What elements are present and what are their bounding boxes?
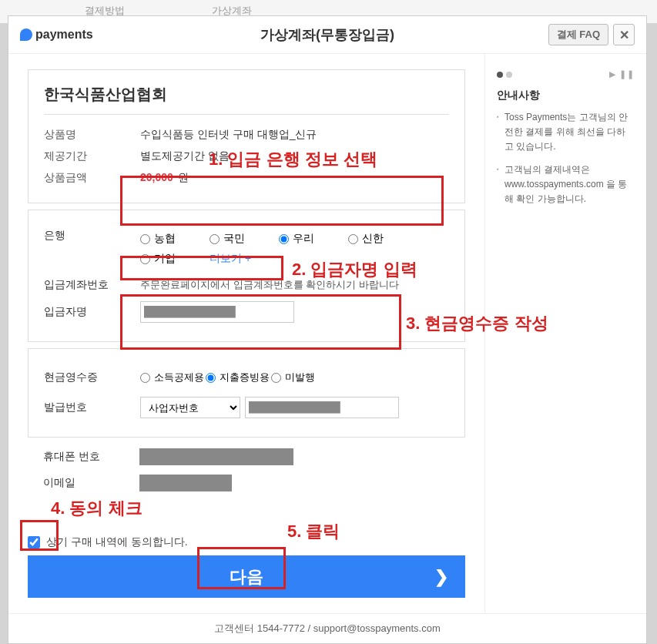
issue-number-input[interactable]: [245, 397, 399, 418]
product-label: 상품명: [44, 128, 140, 142]
dot-1: [497, 72, 503, 78]
receipt-label: 현금영수증: [44, 371, 140, 384]
logo-text: payments: [35, 28, 93, 42]
merchant-name: 한국식품산업협회: [44, 84, 449, 115]
bank-option-woori[interactable]: 우리: [279, 229, 348, 249]
merchant-card: 한국식품산업협회 상품명 수입식품등 인터넷 구매 대행업_신규 제공기간 별도…: [28, 69, 465, 203]
payment-modal: payments 가상계좌(무통장입금) 결제 FAQ ✕ 한국식품산업협회 상…: [8, 15, 647, 644]
annotation-4-text: 4. 동의 체크: [51, 497, 142, 520]
depositor-label: 입금자명: [44, 305, 140, 319]
amount-label: 상품금액: [44, 171, 140, 185]
main-column: 한국식품산업협회 상품명 수입식품등 인터넷 구매 대행업_신규 제공기간 별도…: [8, 54, 484, 613]
bank-label: 은행: [44, 229, 140, 243]
receipt-radio-group: 소득공제용 지출증빙용 미발행: [140, 367, 317, 387]
sidebar: ▶ ❚❚ 안내사항 Toss Payments는 고객님의 안전한 결제를 위해…: [484, 54, 646, 613]
agree-text: 상기 구매 내역에 동의합니다.: [46, 535, 188, 549]
period-label: 제공기간: [44, 149, 140, 163]
issue-type-select[interactable]: 사업자번호: [140, 397, 240, 418]
email-value: [139, 475, 232, 491]
email-label: 이메일: [43, 476, 139, 490]
sidebar-item-1: Toss Payments는 고객님의 안전한 결제를 위해 최선을 다하고 있…: [497, 110, 635, 155]
product-value: 수입식품등 인터넷 구매 대행업_신규: [140, 128, 449, 142]
sidebar-title: 안내사항: [497, 89, 635, 102]
amount-unit: 원: [178, 171, 189, 183]
carousel-dots: [497, 72, 512, 78]
sidebar-link[interactable]: www.tosspayments.com: [504, 179, 604, 190]
play-pause-icon[interactable]: ▶ ❚❚: [609, 69, 635, 79]
account-notice: 주문완료페이지에서 입금계좌번호를 확인하시기 바랍니다: [140, 278, 399, 292]
phone-label: 휴대폰 번호: [43, 450, 139, 464]
agree-row: 상기 구매 내역에 동의합니다.: [28, 529, 465, 555]
next-button[interactable]: 다음 ❯: [28, 555, 465, 598]
footer: 고객센터 1544-7772 / support@tosspayments.co…: [8, 613, 646, 643]
sidebar-item-2: 고객님의 결제내역은 www.tosspayments.com 을 통해 확인 …: [497, 163, 635, 207]
depositor-input[interactable]: [140, 301, 294, 323]
receipt-option-expense[interactable]: 지출증빙용: [206, 367, 270, 387]
logo-icon: [20, 29, 32, 41]
issue-label: 발급번호: [44, 401, 140, 414]
period-value: 별도제공기간 없음: [140, 149, 449, 163]
modal-header: payments 가상계좌(무통장입금) 결제 FAQ ✕: [8, 16, 646, 54]
receipt-card: 현금영수증 소득공제용 지출증빙용 미발행 발급번호 사업자번호: [28, 348, 465, 438]
bank-option-nh[interactable]: 농협: [140, 229, 210, 249]
bank-option-shinhan[interactable]: 신한: [348, 229, 417, 249]
bank-more-link[interactable]: 더보기 +: [210, 249, 279, 269]
receipt-option-none[interactable]: 미발행: [271, 367, 315, 387]
modal-title: 가상계좌(무통장입금): [260, 25, 394, 44]
chevron-right-icon: ❯: [434, 567, 448, 587]
agree-checkbox[interactable]: [28, 536, 40, 548]
amount-value: 20,000: [140, 171, 173, 183]
logo: payments: [20, 28, 93, 42]
next-label: 다음: [230, 567, 263, 586]
close-button[interactable]: ✕: [613, 24, 635, 45]
bank-radio-group: 농협 국민 우리 신한 기업 더보기 +: [140, 229, 433, 269]
phone-value: [139, 448, 293, 465]
faq-button[interactable]: 결제 FAQ: [548, 24, 608, 45]
bank-option-kb[interactable]: 국민: [210, 229, 279, 249]
account-label: 입금계좌번호: [44, 278, 140, 292]
dot-2: [506, 72, 512, 78]
bank-option-ibk[interactable]: 기업: [140, 249, 210, 269]
receipt-option-income[interactable]: 소득공제용: [140, 367, 204, 387]
bank-card: 은행 농협 국민 우리 신한 기업 더보기 + 입금계좌번호 주문완료페이지에서…: [28, 210, 465, 342]
